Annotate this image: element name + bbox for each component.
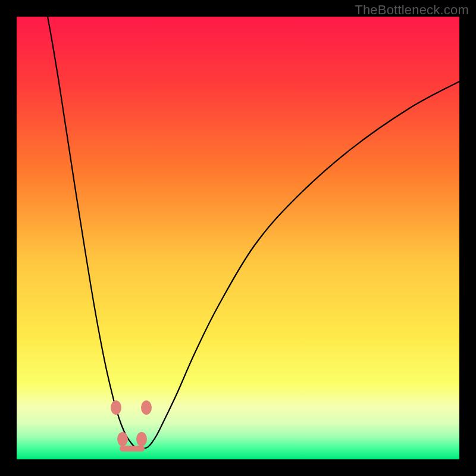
curve-marker-0 xyxy=(111,400,121,415)
plot-area xyxy=(17,17,459,459)
curve-marker-2 xyxy=(117,432,128,446)
curve-marker-1 xyxy=(141,400,152,415)
bottleneck-chart xyxy=(17,17,459,459)
chart-frame: TheBottleneck.com xyxy=(0,0,476,476)
curve-marker-3 xyxy=(136,432,147,446)
watermark-text: TheBottleneck.com xyxy=(355,2,469,18)
